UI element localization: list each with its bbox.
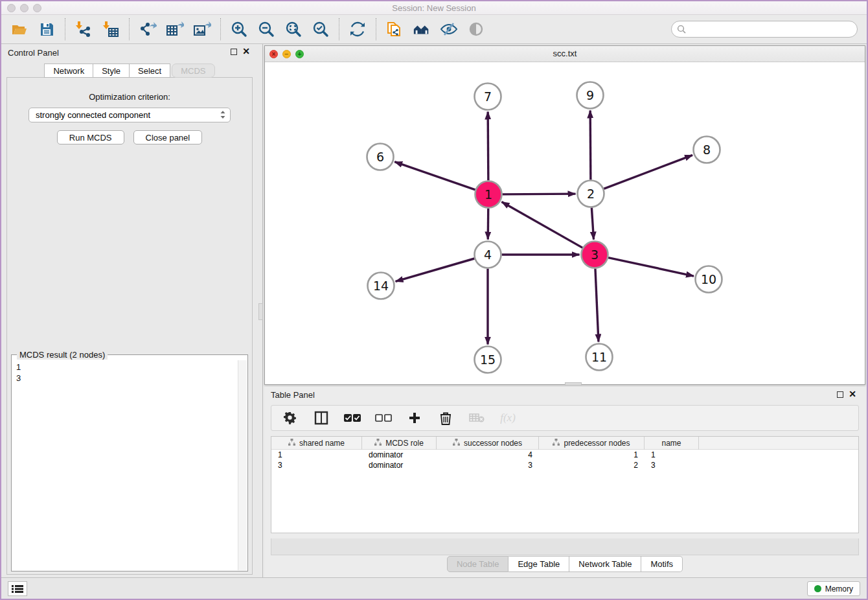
- task-history-icon[interactable]: [8, 581, 27, 596]
- status-bar: Memory: [1, 577, 867, 599]
- optimization-criterion-select[interactable]: strongly connected component: [29, 108, 231, 122]
- delete-column-icon[interactable]: [437, 410, 454, 426]
- select-all-icon[interactable]: [344, 410, 361, 426]
- table-cell[interactable]: 3: [645, 460, 699, 470]
- edge-2-3[interactable]: [591, 207, 593, 239]
- hide-selected-icon[interactable]: [440, 20, 458, 38]
- table-cell[interactable]: 4: [437, 450, 539, 460]
- edge-1-4[interactable]: [488, 208, 488, 239]
- memory-button[interactable]: Memory: [807, 581, 860, 596]
- table-cell[interactable]: 3: [271, 460, 362, 470]
- graph-node-label-1: 1: [485, 187, 492, 202]
- column-header-shared-name[interactable]: shared name: [271, 437, 362, 450]
- edge-3-10[interactable]: [608, 258, 694, 277]
- tree-hierarchy-icon: [374, 439, 382, 448]
- zoom-in-icon[interactable]: [230, 20, 248, 38]
- table-row[interactable]: 1dominator411: [271, 450, 858, 460]
- control-panel-tabs: NetworkStyleSelectMCDS: [1, 63, 258, 78]
- table-cell[interactable]: 2: [539, 460, 645, 470]
- tab-edge-table[interactable]: Edge Table: [508, 556, 569, 572]
- import-table-icon[interactable]: [102, 20, 120, 38]
- mcds-tab-content: Optimization criterion: strongly connect…: [6, 77, 253, 575]
- column-header-successor-nodes[interactable]: successor nodes: [437, 437, 539, 450]
- function-builder-icon: f(x): [499, 410, 516, 426]
- select-stepper-icon: [220, 110, 226, 121]
- close-panel-icon[interactable]: ✕: [242, 47, 250, 56]
- table-footer-band: [271, 538, 859, 555]
- network-canvas[interactable]: 7968124314101511: [265, 62, 865, 384]
- network-window-titlebar[interactable]: × − + scc.txt: [265, 46, 865, 62]
- tree-hierarchy-icon: [288, 439, 295, 448]
- close-panel-button[interactable]: Close panel: [133, 130, 203, 144]
- graph-node-label-9: 9: [586, 88, 594, 102]
- splitter-grip[interactable]: [258, 303, 263, 320]
- apply-layout-icon[interactable]: [348, 20, 367, 38]
- horizontal-splitter-grip[interactable]: [565, 382, 582, 386]
- export-table-icon[interactable]: [166, 20, 184, 38]
- show-all-icon[interactable]: [467, 20, 485, 38]
- edge-2-8[interactable]: [604, 155, 692, 189]
- column-header-name[interactable]: name: [645, 437, 699, 450]
- deselect-all-icon[interactable]: [375, 410, 392, 426]
- table-cell[interactable]: 1: [539, 450, 645, 460]
- tab-select[interactable]: Select: [130, 63, 170, 78]
- graph-node-label-4: 4: [484, 248, 492, 262]
- mcds-result-line: 3: [16, 373, 234, 384]
- column-label: predecessor nodes: [564, 439, 630, 448]
- table-cell[interactable]: dominator: [362, 450, 437, 460]
- split-view-icon[interactable]: [313, 410, 330, 426]
- node-table-header: shared nameMCDS rolesuccessor nodesprede…: [271, 437, 858, 450]
- zoom-selected-icon[interactable]: [312, 20, 330, 38]
- add-column-icon[interactable]: [406, 410, 423, 426]
- first-neighbors-icon[interactable]: [413, 20, 431, 38]
- graph-node-label-10: 10: [701, 272, 716, 286]
- table-row[interactable]: 3dominator323: [271, 460, 858, 470]
- run-mcds-button[interactable]: Run MCDS: [57, 130, 124, 144]
- mcds-result-title: MCDS result (2 nodes): [17, 350, 108, 360]
- edge-2-9[interactable]: [590, 110, 591, 179]
- selected-criterion: strongly connected component: [36, 110, 220, 120]
- import-network-icon[interactable]: [74, 20, 93, 38]
- network-graph-svg: 7968124314101511: [265, 62, 865, 384]
- memory-status-icon: [814, 585, 821, 592]
- tab-network-table[interactable]: Network Table: [569, 556, 641, 572]
- table-cell[interactable]: dominator: [362, 460, 437, 470]
- fx-label: f(x): [500, 411, 516, 424]
- float-table-panel-icon[interactable]: [837, 391, 843, 398]
- graph-node-label-7: 7: [484, 89, 492, 104]
- close-table-panel-icon[interactable]: ✕: [849, 389, 856, 398]
- mac-titlebar: Session: New Session: [1, 1, 867, 15]
- table-cell[interactable]: 1: [271, 450, 362, 460]
- table-panel: Table Panel ✕: [264, 387, 865, 577]
- mcds-result-box: MCDS result (2 nodes) 13: [11, 354, 248, 571]
- edge-4-14[interactable]: [396, 259, 475, 281]
- settings-gear-icon[interactable]: [282, 410, 299, 426]
- edge-1-7[interactable]: [488, 111, 488, 180]
- column-header-MCDS-role[interactable]: MCDS role: [362, 437, 437, 450]
- table-toolbar: f(x): [271, 405, 859, 431]
- tab-mcds[interactable]: MCDS: [172, 63, 214, 78]
- duplicate-network-icon[interactable]: [385, 20, 404, 38]
- export-network-icon[interactable]: [139, 20, 157, 38]
- edge-3-1[interactable]: [501, 202, 582, 248]
- edge-1-2[interactable]: [502, 194, 575, 194]
- export-image-icon[interactable]: [193, 20, 211, 38]
- mcds-result-scrollbar[interactable]: [238, 360, 247, 570]
- open-session-icon[interactable]: [10, 20, 29, 38]
- table-cell[interactable]: 3: [437, 460, 539, 470]
- save-session-icon[interactable]: [38, 20, 56, 38]
- mcds-result-text[interactable]: 13: [12, 360, 238, 570]
- table-cell[interactable]: 1: [645, 450, 699, 460]
- edge-3-11[interactable]: [595, 268, 599, 341]
- zoom-out-icon[interactable]: [257, 20, 275, 38]
- tab-style[interactable]: Style: [93, 63, 130, 78]
- column-header-predecessor-nodes[interactable]: predecessor nodes: [539, 437, 645, 450]
- tab-network[interactable]: Network: [44, 63, 93, 78]
- float-panel-icon[interactable]: [231, 49, 237, 55]
- tab-node-table[interactable]: Node Table: [447, 556, 509, 572]
- edge-1-6[interactable]: [394, 162, 475, 190]
- tab-motifs[interactable]: Motifs: [641, 556, 683, 572]
- graph-node-label-3: 3: [591, 248, 599, 262]
- search-input[interactable]: [671, 21, 858, 38]
- zoom-fit-icon[interactable]: [284, 20, 303, 38]
